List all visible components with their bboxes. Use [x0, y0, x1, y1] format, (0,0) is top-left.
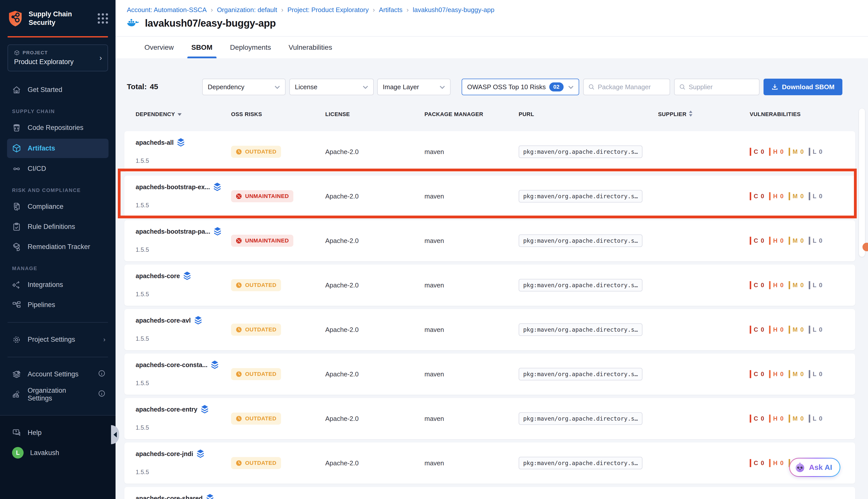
tab-deployments[interactable]: Deployments [230, 37, 271, 58]
critical-count: C 0 [750, 326, 765, 334]
user-menu[interactable]: L Lavakush [0, 443, 115, 463]
purl-value[interactable]: pkg:maven/org.apache.directory.s… [519, 324, 643, 336]
purl-value[interactable]: pkg:maven/org.apache.directory.s… [519, 279, 643, 291]
risk-label: UNMAINTAINED [245, 193, 289, 199]
risk-label: OUTDATED [245, 148, 276, 155]
table-row[interactable]: apacheds-bootstrap-ex... 1.5.5 UNMAINTAI… [124, 175, 855, 217]
dependency-filter-dropdown[interactable]: Dependency [202, 78, 286, 95]
module-switcher-icon[interactable] [98, 13, 108, 24]
layers-icon [183, 272, 191, 280]
tab-overview[interactable]: Overview [145, 37, 174, 58]
sidebar-item-rule-definitions[interactable]: Rule Definitions [0, 217, 115, 237]
sidebar-item-code-repositories[interactable]: Code Repositories [0, 118, 115, 138]
layers-icon [211, 361, 219, 369]
package-manager: maven [424, 220, 519, 261]
supplier-search-input[interactable] [689, 83, 755, 91]
package-manager: maven [424, 175, 519, 217]
critical-count: C 0 [750, 459, 765, 467]
purl-value[interactable]: pkg:maven/org.apache.directory.s… [519, 145, 643, 158]
sidebar-item-help[interactable]: Help [0, 423, 115, 443]
code-repository-icon [12, 123, 21, 132]
artifacts-cube-icon [12, 144, 21, 153]
sidebar-item-account-settings[interactable]: Account Settings [0, 364, 115, 385]
table-row[interactable]: apacheds-bootstrap-pa... 1.5.5 UNMAINTAI… [124, 220, 855, 261]
home-icon [12, 85, 21, 95]
purl-value[interactable]: pkg:maven/org.apache.directory.s… [519, 190, 643, 203]
risk-label: OUTDATED [245, 415, 276, 422]
high-count: H 0 [769, 148, 784, 156]
sidebar-item-organization-settings[interactable]: Organization Settings [0, 385, 115, 404]
package-manager: maven [424, 309, 519, 350]
breadcrumb-project[interactable]: Project: Product Exploratory [287, 6, 369, 14]
low-count: L 0 [809, 370, 823, 378]
purl-value[interactable]: pkg:maven/org.apache.directory.s… [519, 412, 643, 425]
package-manager: maven [424, 487, 519, 499]
ask-ai-button[interactable]: Ask AI [789, 458, 840, 477]
owasp-selected-count-badge: 02 [549, 82, 563, 92]
risk-label: OUTDATED [245, 371, 276, 377]
image-layer-filter-dropdown[interactable]: Image Layer [377, 78, 450, 95]
sidebar-item-integrations[interactable]: Integrations [0, 275, 115, 295]
oss-risk-badge: OUTDATED [231, 279, 281, 291]
column-header-supplier[interactable]: SUPPLIER [658, 111, 750, 118]
column-header-vulnerabilities: VULNERABILITIES [750, 111, 844, 118]
page-title: lavakush07/easy-buggy-app [145, 17, 276, 29]
sidebar-item-pipelines[interactable]: Pipelines [0, 295, 115, 315]
main-content: Account: Automation-SSCA Organization: d… [115, 0, 868, 499]
purl-value[interactable]: pkg:maven/org.apache.directory.s… [519, 234, 643, 247]
project-cube-icon [14, 50, 20, 56]
license: Apache-2.0 [325, 487, 424, 499]
breadcrumb-account[interactable]: Account: Automation-SSCA [127, 6, 207, 14]
package-manager-search-input[interactable] [598, 83, 665, 91]
scrollbar-thumb[interactable] [859, 109, 865, 257]
sidebar-item-remediation-tracker[interactable]: Remediation Tracker [0, 237, 115, 257]
purl-value[interactable]: pkg:maven/org.apache.directory.s… [519, 457, 643, 469]
column-header-oss-risks: OSS RISKS [231, 111, 325, 118]
table-row[interactable]: apacheds-all 1.5.5 OUTDATED [124, 131, 855, 172]
license: Apache-2.0 [325, 354, 424, 395]
table-row[interactable]: apacheds-core-consta... 1.5.5 OUTDATED [124, 354, 855, 395]
sidebar-item-project-settings[interactable]: Project Settings › [0, 330, 115, 350]
high-count: H 0 [769, 459, 784, 467]
table-row[interactable]: apacheds-core-shared 1.5.5 OUTDATED [124, 487, 855, 499]
project-selector[interactable]: PROJECT Product Exploratory › [8, 45, 108, 71]
breadcrumb-current[interactable]: lavakush07/easy-buggy-app [413, 6, 494, 14]
column-header-package-manager: PACKAGE MANAGER [424, 111, 519, 118]
low-count: L 0 [809, 326, 823, 334]
breadcrumb-artifacts[interactable]: Artifacts [379, 6, 402, 14]
column-header-dependency[interactable]: DEPENDENCY [136, 111, 231, 118]
layers-icon [195, 316, 202, 325]
collapse-arrow-icon [113, 432, 117, 437]
circle-slash-icon [236, 193, 242, 199]
owasp-risks-filter-dropdown[interactable]: OWASP OSS Top 10 Risks 02 [462, 78, 579, 95]
search-icon [588, 84, 595, 90]
chevron-down-icon [274, 83, 280, 91]
supplier [658, 309, 750, 350]
breadcrumb: Account: Automation-SSCA Organization: d… [127, 6, 494, 14]
infinity-icon [12, 164, 21, 173]
tab-vulnerabilities[interactable]: Vulnerabilities [288, 37, 332, 58]
download-sbom-button[interactable]: Download SBOM [764, 78, 842, 95]
table-row[interactable]: apacheds-core-avl 1.5.5 OUTDATED [124, 309, 855, 350]
high-count: H 0 [769, 415, 784, 423]
purl-value[interactable]: pkg:maven/org.apache.directory.s… [519, 368, 643, 380]
table-row[interactable]: apacheds-core-jndi 1.5.5 OUTDATED [124, 442, 855, 484]
table-row[interactable]: apacheds-core-entry 1.5.5 OUTDATED [124, 398, 855, 439]
medium-count: M 0 [789, 237, 804, 245]
supplier [658, 131, 750, 172]
license-filter-dropdown[interactable]: License [289, 78, 374, 95]
sidebar-item-compliance[interactable]: Compliance [0, 197, 115, 217]
critical-count: C 0 [750, 415, 765, 423]
medium-count: M 0 [789, 148, 804, 156]
table-row[interactable]: apacheds-core 1.5.5 OUTDATED [124, 265, 855, 306]
sidebar-item-cicd[interactable]: CI/CD [0, 159, 115, 179]
risk-label: OUTDATED [245, 282, 276, 289]
sidebar-item-artifacts[interactable]: Artifacts [7, 139, 109, 158]
vulnerability-counts: C 0 H 0 M 0 L 0 [750, 220, 844, 261]
user-name: Lavakush [30, 449, 59, 457]
sidebar-item-get-started[interactable]: Get Started [0, 80, 115, 100]
tab-sbom[interactable]: SBOM [191, 37, 212, 58]
critical-count: C 0 [750, 237, 765, 245]
breadcrumb-organization[interactable]: Organization: default [217, 6, 277, 14]
supplier [658, 265, 750, 306]
